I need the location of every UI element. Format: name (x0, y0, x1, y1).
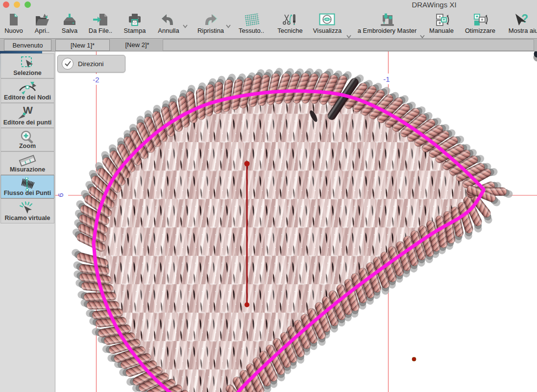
svg-text:-2: -2 (93, 75, 99, 84)
svg-text:-1: -1 (383, 75, 390, 83)
svg-text:6: 6 (56, 193, 65, 197)
